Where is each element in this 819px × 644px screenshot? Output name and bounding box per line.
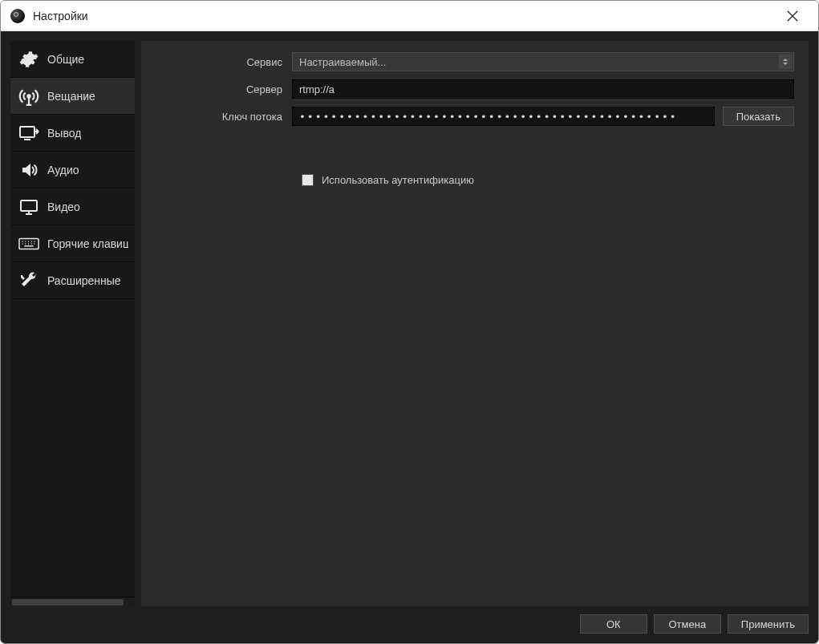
monitor-icon xyxy=(18,196,39,217)
sidebar-item-label: Горячие клавиши xyxy=(47,237,128,250)
use-auth-label: Использовать аутентификацию xyxy=(322,174,474,186)
row-service: Сервис Настраиваемый... xyxy=(156,52,794,71)
streamkey-label: Ключ потока xyxy=(156,111,292,123)
antenna-icon xyxy=(18,86,39,107)
row-streamkey: Ключ потока Показать xyxy=(156,107,794,126)
service-label: Сервис xyxy=(156,56,292,68)
sidebar-item-video[interactable]: Видео xyxy=(10,188,135,225)
sidebar-item-label: Вещание xyxy=(47,90,95,103)
sidebar-scrollbar[interactable] xyxy=(10,597,135,606)
dialog-body: Общие Вещание Вывод xyxy=(1,31,818,643)
sidebar-item-general[interactable]: Общие xyxy=(10,41,135,78)
sidebar-item-label: Аудио xyxy=(47,164,79,176)
close-icon xyxy=(787,10,798,22)
svg-rect-5 xyxy=(20,127,34,137)
ok-button[interactable]: ОК xyxy=(580,614,647,634)
server-input[interactable] xyxy=(292,79,794,99)
gear-icon xyxy=(18,49,39,70)
sidebar-item-audio[interactable]: Аудио xyxy=(10,152,135,188)
row-server: Сервер xyxy=(156,79,794,99)
svg-rect-7 xyxy=(21,200,37,211)
sidebar-item-output[interactable]: Вывод xyxy=(10,115,135,152)
service-select-value: Настраиваемый... xyxy=(299,56,386,68)
sidebar-item-label: Видео xyxy=(47,200,80,213)
scrollbar-thumb[interactable] xyxy=(12,599,124,606)
sidebar: Общие Вещание Вывод xyxy=(10,41,135,606)
app-icon xyxy=(10,9,25,23)
speaker-icon xyxy=(18,160,39,180)
service-select[interactable]: Настраиваемый... xyxy=(292,52,794,71)
sidebar-items: Общие Вещание Вывод xyxy=(10,41,135,597)
apply-button[interactable]: Применить xyxy=(728,614,809,634)
content-row: Общие Вещание Вывод xyxy=(10,41,809,606)
show-key-button[interactable]: Показать xyxy=(723,107,794,126)
sidebar-item-hotkeys[interactable]: Горячие клавиши xyxy=(10,225,135,262)
sidebar-item-label: Вывод xyxy=(47,127,81,140)
settings-window: Настройки Общие xyxy=(0,0,819,644)
output-icon xyxy=(18,123,39,144)
sidebar-item-stream[interactable]: Вещание xyxy=(10,78,135,115)
titlebar: Настройки xyxy=(1,1,818,31)
window-title: Настройки xyxy=(33,10,776,22)
cancel-button[interactable]: Отмена xyxy=(654,614,721,634)
close-button[interactable] xyxy=(776,4,809,28)
server-label: Сервер xyxy=(156,83,292,95)
sidebar-item-advanced[interactable]: Расширенные xyxy=(10,262,135,299)
sidebar-item-label: Общие xyxy=(47,53,84,66)
dialog-footer: ОК Отмена Применить xyxy=(10,606,809,634)
use-auth-checkbox[interactable] xyxy=(302,174,314,186)
keyboard-icon xyxy=(18,233,39,254)
row-use-auth: Использовать аутентификацию xyxy=(302,174,794,186)
tools-icon xyxy=(18,270,39,291)
chevron-updown-icon xyxy=(779,55,792,69)
streamkey-input[interactable] xyxy=(292,107,715,126)
sidebar-item-label: Расширенные xyxy=(47,274,121,287)
main-panel: Сервис Настраиваемый... Сервер xyxy=(141,41,809,606)
